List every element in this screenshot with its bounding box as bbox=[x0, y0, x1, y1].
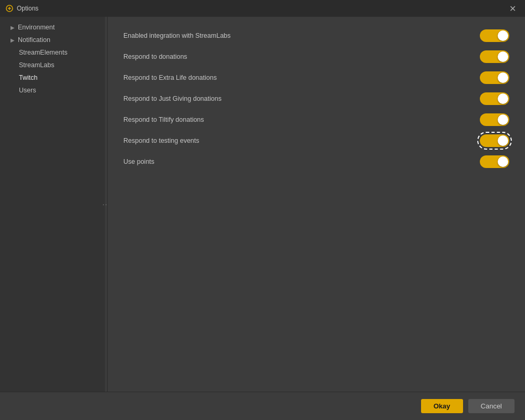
setting-label-extra-life: Respond to Extra Life donations bbox=[123, 74, 480, 81]
toggle-points[interactable] bbox=[480, 155, 509, 168]
chevron-icon: ▶ bbox=[10, 25, 15, 30]
setting-label-just-giving: Respond to Just Giving donations bbox=[123, 95, 480, 102]
okay-button[interactable]: Okay bbox=[421, 399, 463, 413]
options-dialog: Options ✕ ▶Environment▶NotificationStrea… bbox=[0, 0, 525, 420]
sidebar: ▶Environment▶NotificationStreamElementsS… bbox=[0, 17, 105, 392]
setting-label-testing: Respond to testing events bbox=[123, 137, 480, 144]
sidebar-item-label: Twitch bbox=[19, 74, 37, 81]
title-bar: Options ✕ bbox=[0, 0, 525, 17]
toggle-extra-life[interactable] bbox=[480, 71, 509, 84]
toggle-tiltify[interactable] bbox=[480, 113, 509, 126]
toggle-knob bbox=[498, 72, 508, 83]
toggle-knob bbox=[498, 30, 508, 41]
toggle-just-giving[interactable] bbox=[480, 92, 509, 105]
toggle-donations[interactable] bbox=[480, 50, 509, 63]
cancel-button[interactable]: Cancel bbox=[468, 399, 514, 413]
setting-row-extra-life: Respond to Extra Life donations bbox=[123, 69, 509, 86]
setting-label-integration: Enabled integration with StreamLabs bbox=[123, 32, 480, 39]
sidebar-item-twitch[interactable]: Twitch bbox=[0, 71, 105, 84]
sidebar-item-streamlabs[interactable]: StreamLabs bbox=[0, 59, 105, 71]
sidebar-item-streamelements[interactable]: StreamElements bbox=[0, 46, 105, 59]
sidebar-item-label: Notification bbox=[18, 36, 50, 44]
toggle-testing[interactable] bbox=[480, 134, 509, 147]
title-bar-icon bbox=[5, 4, 14, 13]
setting-row-just-giving: Respond to Just Giving donations bbox=[123, 90, 509, 107]
sidebar-item-notification[interactable]: ▶Notification bbox=[0, 34, 105, 46]
sidebar-item-label: StreamElements bbox=[19, 49, 67, 56]
setting-label-tiltify: Respond to Tiltify donations bbox=[123, 116, 480, 123]
setting-label-donations: Respond to donations bbox=[123, 53, 480, 60]
chevron-icon: ▶ bbox=[10, 37, 15, 43]
setting-row-testing: Respond to testing events bbox=[123, 132, 509, 149]
sidebar-item-environment[interactable]: ▶Environment bbox=[0, 21, 105, 34]
toggle-knob bbox=[498, 93, 508, 104]
setting-row-points: Use points bbox=[123, 153, 509, 170]
sidebar-item-label: Users bbox=[19, 87, 36, 94]
toggle-knob bbox=[498, 114, 508, 125]
toggle-knob bbox=[498, 156, 508, 167]
sidebar-item-label: Environment bbox=[18, 24, 55, 31]
setting-row-tiltify: Respond to Tiltify donations bbox=[123, 111, 509, 128]
close-button[interactable]: ✕ bbox=[505, 1, 520, 16]
sidebar-item-users[interactable]: Users bbox=[0, 84, 105, 97]
setting-row-integration: Enabled integration with StreamLabs bbox=[123, 27, 509, 44]
toggle-knob bbox=[498, 51, 508, 62]
main-content: ▶Environment▶NotificationStreamElementsS… bbox=[0, 17, 525, 392]
settings-panel: Enabled integration with StreamLabsRespo… bbox=[108, 17, 525, 392]
footer: Okay Cancel bbox=[0, 392, 525, 420]
toggle-integration[interactable] bbox=[480, 29, 509, 42]
dialog-title: Options bbox=[17, 5, 505, 12]
toggle-knob bbox=[498, 135, 508, 146]
setting-label-points: Use points bbox=[123, 158, 480, 165]
setting-row-donations: Respond to donations bbox=[123, 48, 509, 65]
sidebar-item-label: StreamLabs bbox=[19, 61, 54, 69]
